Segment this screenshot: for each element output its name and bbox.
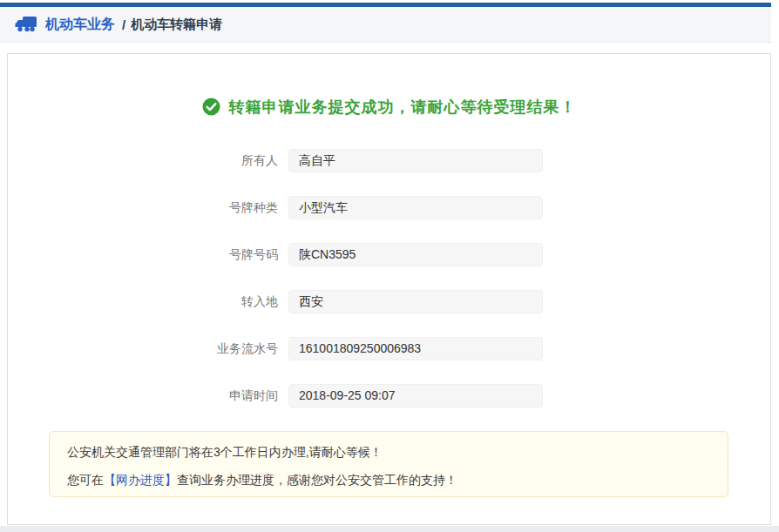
breadcrumb-separator: / [122, 17, 125, 32]
field-label: 号牌种类 [143, 196, 278, 219]
field-label: 申请时间 [143, 384, 278, 407]
success-check-icon [202, 98, 220, 116]
result-panel: 转籍申请业务提交成功，请耐心等待受理结果！ 所有人 高自平 号牌种类 小型汽车 … [7, 53, 771, 525]
field-label: 所有人 [143, 149, 278, 172]
notice-line-2-prefix: 您可在 [67, 473, 104, 487]
form-row-owner: 所有人 高自平 [143, 149, 770, 172]
breadcrumb-header: 机动车业务 / 机动车转籍申请 [0, 7, 771, 43]
breadcrumb-current-page: 机动车转籍申请 [131, 17, 222, 33]
notice-line-2: 您可在【网办进度】查询业务办理进度，感谢您对公安交管工作的支持！ [67, 470, 710, 489]
form-row-plate-number: 号牌号码 陕CN3595 [143, 243, 770, 266]
serial-number-value: 161001809250006983 [288, 337, 543, 360]
form-row-apply-time: 申请时间 2018-09-25 09:07 [143, 384, 770, 407]
plate-number-value: 陕CN3595 [288, 243, 543, 266]
application-summary-form: 所有人 高自平 号牌种类 小型汽车 号牌号码 陕CN3595 转入地 西安 业务… [143, 149, 770, 407]
field-label: 转入地 [143, 290, 278, 313]
success-message: 转籍申请业务提交成功，请耐心等待受理结果！ [229, 97, 577, 118]
success-banner: 转籍申请业务提交成功，请耐心等待受理结果！ [8, 95, 770, 118]
truck-icon [14, 16, 37, 34]
online-progress-link[interactable]: 【网办进度】 [104, 473, 177, 487]
apply-time-value: 2018-09-25 09:07 [288, 384, 543, 407]
form-row-plate-type: 号牌种类 小型汽车 [143, 196, 770, 219]
form-row-destination: 转入地 西安 [143, 290, 770, 313]
destination-value: 西安 [288, 290, 543, 313]
form-row-serial-number: 业务流水号 161001809250006983 [143, 337, 770, 360]
notice-box: 公安机关交通管理部门将在3个工作日内办理,请耐心等候！ 您可在【网办进度】查询业… [49, 431, 728, 497]
plate-type-value: 小型汽车 [288, 196, 543, 219]
breadcrumb-section: 机动车业务 [45, 16, 115, 34]
notice-line-1: 公安机关交通管理部门将在3个工作日内办理,请耐心等候！ [67, 442, 710, 461]
notice-line-2-suffix: 查询业务办理进度，感谢您对公安交管工作的支持！ [177, 473, 457, 487]
page-bottom-strip [0, 526, 779, 532]
owner-value: 高自平 [288, 149, 543, 172]
field-label: 号牌号码 [143, 243, 278, 266]
field-label: 业务流水号 [143, 337, 278, 360]
